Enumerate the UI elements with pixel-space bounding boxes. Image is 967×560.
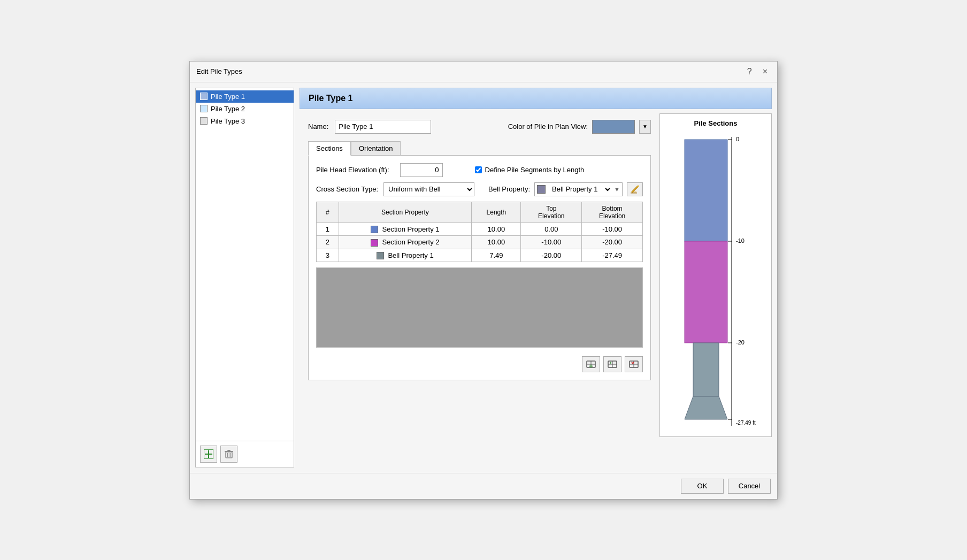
color-label: Color of Pile in Plan View: (508, 122, 588, 131)
svg-text:-20: -20 (736, 339, 745, 346)
add-row-icon (586, 359, 596, 370)
cell-top-elev: -10.00 (521, 236, 582, 249)
cross-section-type-select[interactable]: Uniform with Bell Uniform Tapered Tapere… (383, 182, 474, 196)
pile-type-list: Pile Type 1 Pile Type 2 Pile Type 3 (196, 88, 294, 129)
cell-num: 2 (317, 236, 339, 249)
left-bottom-buttons (196, 441, 294, 467)
bell-property-label: Bell Property: (488, 185, 530, 193)
cell-length: 7.49 (472, 249, 521, 262)
content-right: Pile Type 1 Name: Color of Pile in Plan … (300, 88, 772, 467)
add-row-button[interactable] (582, 356, 600, 372)
pile-diagram-svg: 0 -10 -20 -27.49 ft (673, 132, 758, 431)
help-button[interactable]: ? (744, 66, 755, 78)
table-empty-area (316, 267, 643, 348)
title-bar: Edit Pile Types ? × (190, 62, 777, 82)
dialog-title: Edit Pile Types (196, 67, 242, 75)
edit-pencil-icon (630, 185, 640, 194)
pile-type-label-3: Pile Type 3 (211, 117, 245, 125)
pile-head-elevation-input[interactable] (400, 163, 443, 177)
bell-dropdown-arrow: ▼ (612, 186, 622, 193)
cell-num: 3 (317, 249, 339, 262)
plus-icon (204, 449, 213, 459)
col-num: # (317, 202, 339, 223)
trash-icon (224, 449, 234, 459)
svg-rect-4 (227, 453, 228, 457)
svg-rect-7 (227, 450, 231, 451)
pile-head-elevation-label: Pile Head Elevation (ft): (316, 166, 389, 174)
svg-text:-10: -10 (736, 237, 745, 244)
cell-length: 10.00 (472, 236, 521, 249)
section-wrapper: Name: Color of Pile in Plan View: ▼ Sect… (300, 113, 772, 437)
svg-rect-3 (226, 452, 232, 458)
svg-rect-6 (225, 451, 233, 452)
pile-type-label-1: Pile Type 1 (211, 93, 245, 101)
ok-button[interactable]: OK (681, 479, 724, 494)
color-dropdown-button[interactable]: ▼ (639, 120, 651, 134)
pile-diagram-panel: Pile Sections 0 -10 (659, 113, 772, 437)
svg-text:0: 0 (736, 136, 739, 142)
name-input[interactable] (335, 120, 431, 134)
svg-rect-1 (205, 454, 212, 455)
cross-section-row: Cross Section Type: Uniform with Bell Un… (316, 182, 643, 196)
form-area: Name: Color of Pile in Plan View: ▼ Sect… (300, 113, 659, 437)
edit-pile-types-dialog: Edit Pile Types ? × Pile Type 1 Pile Typ… (189, 61, 778, 500)
cell-property: Section Property 1 (339, 223, 472, 236)
title-bar-buttons: ? × (744, 66, 771, 78)
define-segments-row: Define Pile Segments by Length (475, 166, 585, 174)
delete-pile-type-button[interactable] (220, 446, 237, 463)
svg-rect-36 (685, 241, 727, 343)
col-bottom-elevation: BottomElevation (582, 202, 643, 223)
pile-type-item-2[interactable]: Pile Type 2 (196, 103, 294, 115)
cancel-button[interactable]: Cancel (728, 479, 771, 494)
cell-num: 1 (317, 223, 339, 236)
pile-type-item-1[interactable]: Pile Type 1 (196, 90, 294, 103)
bell-property-select[interactable]: Bell Property 1 (548, 183, 612, 196)
pile-icon-1 (200, 93, 208, 100)
col-section-property: Section Property (339, 202, 472, 223)
name-color-row: Name: Color of Pile in Plan View: ▼ (308, 120, 651, 134)
sections-table: # Section Property Length TopElevation B… (316, 202, 643, 263)
bell-color-swatch (537, 185, 546, 194)
cell-bottom-elev: -20.00 (582, 236, 643, 249)
cell-length: 10.00 (472, 223, 521, 236)
delete-row-button[interactable] (625, 356, 643, 372)
bell-select-wrapper: Bell Property 1 ▼ (534, 182, 623, 196)
insert-row-icon (607, 359, 618, 370)
tab-orientation[interactable]: Orientation (351, 141, 401, 155)
insert-row-button[interactable] (603, 356, 621, 372)
pile-head-row: Pile Head Elevation (ft): Define Pile Se… (316, 163, 643, 177)
col-length: Length (472, 202, 521, 223)
bell-edit-button[interactable] (627, 182, 643, 196)
tabs-container: Sections Orientation Pile Head Elevation… (308, 139, 651, 381)
pile-type-label-2: Pile Type 2 (211, 105, 245, 113)
row-color-swatch (371, 239, 378, 247)
svg-rect-5 (230, 453, 231, 457)
col-top-elevation: TopElevation (521, 202, 582, 223)
cell-top-elev: -20.00 (521, 249, 582, 262)
table-row[interactable]: 3 Bell Property 1 7.49 -20.00 -27.49 (317, 249, 643, 262)
cell-property: Section Property 2 (339, 236, 472, 249)
tab-sections-content: Pile Head Elevation (ft): Define Pile Se… (308, 156, 651, 381)
cross-section-type-label: Cross Section Type: (316, 185, 378, 193)
pile-type-main-title: Pile Type 1 (309, 94, 352, 103)
bell-property-area: Bell Property: Bell Property 1 ▼ (488, 182, 643, 196)
dialog-footer: OK Cancel (190, 473, 777, 499)
svg-rect-9 (631, 193, 637, 194)
tab-sections[interactable]: Sections (308, 141, 351, 156)
add-pile-type-button[interactable] (200, 446, 217, 463)
tabs-bar: Sections Orientation (308, 141, 651, 156)
pile-type-item-3[interactable]: Pile Type 3 (196, 115, 294, 127)
svg-rect-35 (685, 140, 727, 241)
color-row: Color of Pile in Plan View: ▼ (508, 120, 651, 134)
color-picker-button[interactable] (592, 120, 635, 134)
delete-row-icon (628, 359, 639, 370)
define-segments-label: Define Pile Segments by Length (485, 166, 585, 174)
row-color-swatch (371, 226, 378, 233)
svg-text:-27.49 ft: -27.49 ft (736, 420, 756, 426)
table-row[interactable]: 1 Section Property 1 10.00 0.00 -10.00 (317, 223, 643, 236)
pile-diagram-title: Pile Sections (694, 119, 738, 127)
cell-bottom-elev: -10.00 (582, 223, 643, 236)
close-button[interactable]: × (759, 66, 771, 78)
define-segments-checkbox[interactable] (475, 166, 482, 173)
table-row[interactable]: 2 Section Property 2 10.00 -10.00 -20.00 (317, 236, 643, 249)
